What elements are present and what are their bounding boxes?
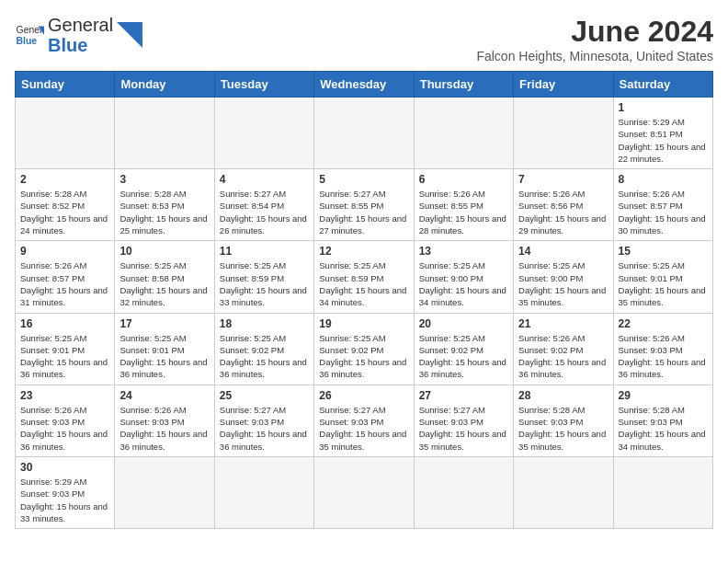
calendar-day-cell: 7Sunrise: 5:26 AM Sunset: 8:56 PM Daylig…	[514, 169, 613, 241]
day-number: 12	[319, 245, 408, 258]
calendar-day-cell: 28Sunrise: 5:28 AM Sunset: 9:03 PM Dayli…	[514, 385, 613, 456]
calendar-day-cell: 22Sunrise: 5:26 AM Sunset: 9:03 PM Dayli…	[613, 313, 712, 385]
day-number: 18	[220, 317, 309, 330]
calendar-day-cell	[314, 456, 414, 528]
day-info: Sunrise: 5:26 AM Sunset: 8:56 PM Dayligh…	[518, 188, 608, 236]
calendar-day-cell: 16Sunrise: 5:25 AM Sunset: 9:01 PM Dayli…	[16, 313, 115, 385]
calendar-week-row: 1Sunrise: 5:29 AM Sunset: 8:51 PM Daylig…	[16, 98, 713, 169]
day-info: Sunrise: 5:29 AM Sunset: 8:51 PM Dayligh…	[619, 116, 708, 165]
day-number: 15	[619, 245, 708, 258]
weekday-header-tuesday: Tuesday	[214, 72, 313, 98]
day-info: Sunrise: 5:29 AM Sunset: 9:03 PM Dayligh…	[20, 476, 109, 524]
day-number: 10	[119, 245, 209, 258]
day-info: Sunrise: 5:25 AM Sunset: 9:00 PM Dayligh…	[518, 259, 608, 308]
day-info: Sunrise: 5:25 AM Sunset: 9:02 PM Dayligh…	[419, 332, 508, 381]
day-info: Sunrise: 5:25 AM Sunset: 8:59 PM Dayligh…	[220, 259, 309, 308]
calendar-day-cell: 24Sunrise: 5:26 AM Sunset: 9:03 PM Dayli…	[115, 385, 214, 456]
calendar-day-cell: 27Sunrise: 5:27 AM Sunset: 9:03 PM Dayli…	[414, 385, 513, 456]
calendar-day-cell	[613, 456, 712, 528]
page-header: General Blue General Blue June 2024 Falc…	[15, 15, 713, 63]
calendar-day-cell	[115, 456, 214, 528]
day-info: Sunrise: 5:27 AM Sunset: 8:55 PM Dayligh…	[319, 188, 408, 236]
calendar-week-row: 9Sunrise: 5:26 AM Sunset: 8:57 PM Daylig…	[16, 241, 713, 313]
calendar-day-cell: 4Sunrise: 5:27 AM Sunset: 8:54 PM Daylig…	[214, 169, 313, 241]
calendar-table: SundayMondayTuesdayWednesdayThursdayFrid…	[15, 71, 713, 529]
calendar-day-cell: 18Sunrise: 5:25 AM Sunset: 9:02 PM Dayli…	[214, 313, 313, 385]
day-info: Sunrise: 5:28 AM Sunset: 9:03 PM Dayligh…	[619, 404, 708, 453]
calendar-day-cell	[314, 98, 414, 169]
weekday-header-monday: Monday	[115, 72, 214, 98]
calendar-day-cell: 13Sunrise: 5:25 AM Sunset: 9:00 PM Dayli…	[414, 241, 513, 313]
day-info: Sunrise: 5:25 AM Sunset: 9:02 PM Dayligh…	[220, 332, 309, 381]
day-info: Sunrise: 5:27 AM Sunset: 8:54 PM Dayligh…	[220, 188, 309, 236]
day-info: Sunrise: 5:25 AM Sunset: 9:01 PM Dayligh…	[619, 259, 708, 308]
day-number: 4	[220, 173, 309, 186]
day-info: Sunrise: 5:27 AM Sunset: 9:03 PM Dayligh…	[220, 404, 309, 453]
day-number: 17	[119, 317, 209, 330]
calendar-week-row: 2Sunrise: 5:28 AM Sunset: 8:52 PM Daylig…	[16, 169, 713, 241]
day-number: 2	[20, 173, 109, 186]
calendar-day-cell: 2Sunrise: 5:28 AM Sunset: 8:52 PM Daylig…	[16, 169, 115, 241]
day-number: 24	[119, 389, 209, 402]
day-number: 8	[619, 173, 708, 186]
day-info: Sunrise: 5:26 AM Sunset: 8:57 PM Dayligh…	[20, 259, 109, 308]
day-number: 1	[619, 101, 708, 114]
day-number: 3	[119, 173, 209, 186]
calendar-week-row: 16Sunrise: 5:25 AM Sunset: 9:01 PM Dayli…	[16, 313, 713, 385]
weekday-header-sunday: Sunday	[16, 72, 115, 98]
weekday-header-saturday: Saturday	[613, 72, 712, 98]
day-info: Sunrise: 5:28 AM Sunset: 8:52 PM Dayligh…	[20, 188, 109, 236]
calendar-day-cell: 3Sunrise: 5:28 AM Sunset: 8:53 PM Daylig…	[115, 169, 214, 241]
day-number: 23	[20, 389, 109, 402]
day-number: 11	[220, 245, 309, 258]
calendar-day-cell: 8Sunrise: 5:26 AM Sunset: 8:57 PM Daylig…	[613, 169, 712, 241]
calendar-day-cell: 19Sunrise: 5:25 AM Sunset: 9:02 PM Dayli…	[314, 313, 414, 385]
day-number: 14	[518, 245, 608, 258]
calendar-day-cell: 1Sunrise: 5:29 AM Sunset: 8:51 PM Daylig…	[613, 98, 712, 169]
calendar-day-cell	[514, 456, 613, 528]
day-info: Sunrise: 5:26 AM Sunset: 9:03 PM Dayligh…	[20, 404, 109, 453]
calendar-day-cell: 10Sunrise: 5:25 AM Sunset: 8:58 PM Dayli…	[115, 241, 214, 313]
calendar-day-cell	[214, 456, 313, 528]
calendar-header-row: SundayMondayTuesdayWednesdayThursdayFrid…	[16, 72, 713, 98]
day-info: Sunrise: 5:28 AM Sunset: 9:03 PM Dayligh…	[518, 404, 608, 453]
calendar-day-cell: 9Sunrise: 5:26 AM Sunset: 8:57 PM Daylig…	[16, 241, 115, 313]
day-info: Sunrise: 5:26 AM Sunset: 8:57 PM Dayligh…	[619, 188, 708, 236]
day-number: 29	[619, 389, 708, 402]
calendar-day-cell: 25Sunrise: 5:27 AM Sunset: 9:03 PM Dayli…	[214, 385, 313, 456]
day-number: 6	[419, 173, 508, 186]
day-info: Sunrise: 5:26 AM Sunset: 9:02 PM Dayligh…	[518, 332, 608, 381]
day-number: 21	[518, 317, 608, 330]
day-number: 20	[419, 317, 508, 330]
calendar-day-cell: 20Sunrise: 5:25 AM Sunset: 9:02 PM Dayli…	[414, 313, 513, 385]
day-number: 9	[20, 245, 109, 258]
day-info: Sunrise: 5:28 AM Sunset: 8:53 PM Dayligh…	[119, 188, 209, 236]
day-info: Sunrise: 5:27 AM Sunset: 9:03 PM Dayligh…	[419, 404, 508, 453]
calendar-day-cell: 21Sunrise: 5:26 AM Sunset: 9:02 PM Dayli…	[514, 313, 613, 385]
day-number: 19	[319, 317, 408, 330]
day-info: Sunrise: 5:26 AM Sunset: 8:55 PM Dayligh…	[419, 188, 508, 236]
month-title: June 2024	[476, 15, 713, 49]
day-number: 22	[619, 317, 708, 330]
weekday-header-thursday: Thursday	[414, 72, 513, 98]
calendar-day-cell	[514, 98, 613, 169]
calendar-day-cell: 30Sunrise: 5:29 AM Sunset: 9:03 PM Dayli…	[16, 456, 115, 528]
calendar-day-cell: 14Sunrise: 5:25 AM Sunset: 9:00 PM Dayli…	[514, 241, 613, 313]
day-info: Sunrise: 5:25 AM Sunset: 9:02 PM Dayligh…	[319, 332, 408, 381]
calendar-day-cell: 23Sunrise: 5:26 AM Sunset: 9:03 PM Dayli…	[16, 385, 115, 456]
calendar-week-row: 30Sunrise: 5:29 AM Sunset: 9:03 PM Dayli…	[16, 456, 713, 528]
calendar-day-cell: 12Sunrise: 5:25 AM Sunset: 8:59 PM Dayli…	[314, 241, 414, 313]
day-info: Sunrise: 5:25 AM Sunset: 8:59 PM Dayligh…	[319, 259, 408, 308]
day-info: Sunrise: 5:26 AM Sunset: 9:03 PM Dayligh…	[119, 404, 209, 453]
location-subtitle: Falcon Heights, Minnesota, United States	[476, 49, 713, 63]
day-info: Sunrise: 5:27 AM Sunset: 9:03 PM Dayligh…	[319, 404, 408, 453]
day-info: Sunrise: 5:25 AM Sunset: 9:01 PM Dayligh…	[119, 332, 209, 381]
calendar-day-cell	[414, 98, 513, 169]
day-number: 7	[518, 173, 608, 186]
svg-marker-3	[117, 22, 142, 48]
logo-blue: Blue	[48, 35, 113, 55]
calendar-week-row: 23Sunrise: 5:26 AM Sunset: 9:03 PM Dayli…	[16, 385, 713, 456]
day-number: 25	[220, 389, 309, 402]
day-number: 5	[319, 173, 408, 186]
calendar-day-cell: 26Sunrise: 5:27 AM Sunset: 9:03 PM Dayli…	[314, 385, 414, 456]
